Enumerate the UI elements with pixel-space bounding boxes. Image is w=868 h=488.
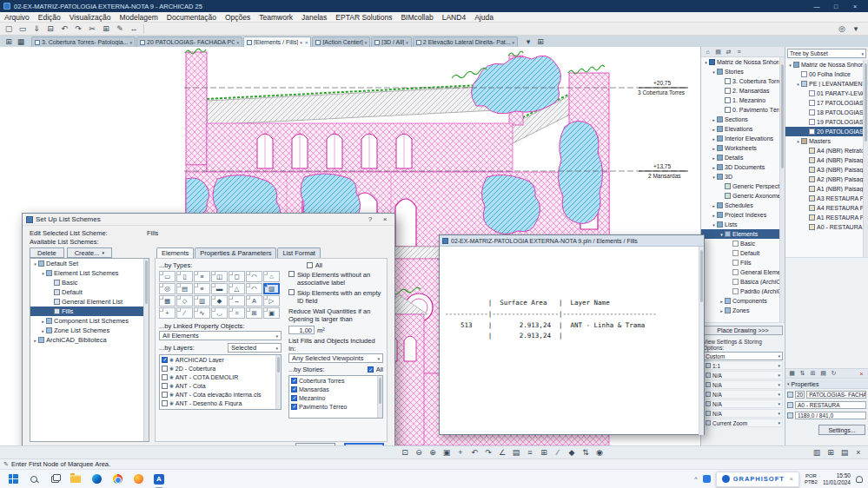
layout-tree-scrollbar[interactable] xyxy=(863,60,868,257)
open-file-icon[interactable]: ▭ xyxy=(17,23,29,35)
dialog-close-button[interactable]: × xyxy=(379,215,391,223)
navigator-tree-item[interactable]: ▸ Schedules xyxy=(701,201,779,210)
panel-close-icon[interactable]: × xyxy=(852,447,865,458)
view-setting-row[interactable]: N/A ▾ xyxy=(703,409,783,418)
viewpoints-combo[interactable]: Any Selected Viewpoints ▾ xyxy=(288,353,383,363)
layout-tree-item[interactable]: 19 PATOLOGIAS - FACHADA... xyxy=(785,117,863,127)
figure-type-icon[interactable]: ▣ xyxy=(263,307,280,319)
document-tab[interactable]: [Elements / Fills] ▾ × xyxy=(243,36,311,47)
morph-type-icon[interactable]: ◆ xyxy=(211,295,228,307)
story-row[interactable]: Mezanino xyxy=(289,393,377,402)
scheme-tree-item[interactable]: Fills xyxy=(30,307,143,316)
taskbar-clock[interactable]: 15:50 11/01/2024 xyxy=(823,472,851,486)
navigator-tree-item[interactable]: Básica (ArchiCAD... xyxy=(701,277,779,287)
navigator-tree-item[interactable]: ▾ Elements xyxy=(701,229,779,239)
type-checkbox[interactable] xyxy=(264,284,268,287)
pen-icon[interactable]: ✎ xyxy=(114,23,126,35)
tray-app-icon[interactable] xyxy=(703,475,711,483)
expand-arrow-icon[interactable]: ▾ xyxy=(787,63,793,68)
layers-scrollbar[interactable] xyxy=(275,355,281,409)
type-checkbox[interactable] xyxy=(195,296,198,300)
copy-icon[interactable]: ⊞ xyxy=(100,23,112,35)
dialog-tab[interactable]: Elements xyxy=(156,247,194,258)
scheme-tree-scrollbar[interactable] xyxy=(143,259,149,441)
dialog-titlebar[interactable]: Set Up List Schemes ? × xyxy=(23,214,394,226)
story-row[interactable]: Pavimento Térreo xyxy=(289,402,377,411)
spline-type-icon[interactable]: ≈ xyxy=(229,307,245,319)
view-setting-row[interactable]: Current Zoom ▾ xyxy=(703,419,783,427)
expand-arrow-icon[interactable]: ▸ xyxy=(711,165,717,170)
map-view-icon[interactable]: ▤ xyxy=(713,49,723,56)
navigator-tree-item[interactable]: ▸ Components xyxy=(701,296,779,306)
measure-icon[interactable]: ↔ xyxy=(128,23,140,35)
hotspot-type-icon[interactable]: + xyxy=(159,307,176,319)
expand-arrow-icon[interactable]: ▾ xyxy=(795,139,801,144)
pop-up-navigator-icon[interactable]: ⊞ xyxy=(3,36,14,47)
expand-arrow-icon[interactable]: ▾ xyxy=(711,175,717,180)
language-indicator[interactable]: POR PTB2 xyxy=(805,473,818,485)
expand-arrow-icon[interactable]: ▸ xyxy=(711,136,717,142)
dialog-tab[interactable]: Properties & Parameters xyxy=(195,247,276,258)
type-checkbox[interactable] xyxy=(177,284,181,287)
scheme-tree-item[interactable]: ▸ Component List Schemes xyxy=(30,316,143,326)
quick-scale-icon[interactable]: ≡ xyxy=(524,447,536,458)
pan-icon[interactable]: + xyxy=(454,447,467,458)
expand-arrow-icon[interactable]: ▸ xyxy=(719,299,725,304)
type-checkbox[interactable] xyxy=(160,296,163,300)
quick-options-icon[interactable]: ▥ xyxy=(811,447,823,458)
label-type-icon[interactable]: ▷ xyxy=(263,295,280,307)
scheme-tree-item[interactable]: ▸ ArchiCAD_Biblioteca xyxy=(30,335,143,345)
layout-tree-item[interactable]: 20 PATOLOGIAS - FACHADA... xyxy=(785,127,863,136)
curtain-wall-type-icon[interactable]: ▥ xyxy=(194,295,210,307)
layer-row[interactable]: ◉ ANT - Cota elevação interna.cls xyxy=(160,390,275,399)
scheme-tree-item[interactable]: ▸ Zone List Schemes xyxy=(30,326,143,335)
tab-chevron-icon[interactable]: ▾ xyxy=(300,40,302,45)
layout-tree-item[interactable]: A4 (NBR) Paisagem xyxy=(785,155,863,165)
navigator-tree-item[interactable]: ▸ Elevations xyxy=(701,124,779,134)
type-checkbox[interactable] xyxy=(195,272,198,275)
skylight-type-icon[interactable]: ◠ xyxy=(246,271,262,282)
next-zoom-icon[interactable]: ↷ xyxy=(482,447,494,458)
tab-chevron-icon[interactable]: ▾ xyxy=(406,40,408,45)
all-types-checkbox[interactable] xyxy=(307,262,313,268)
layer-row[interactable]: ◉ ANT - Desenho & Figura xyxy=(160,399,275,407)
type-checkbox[interactable] xyxy=(264,272,268,275)
expand-arrow-icon[interactable]: ▾ xyxy=(711,69,717,75)
tab-chevron-icon[interactable]: ▾ xyxy=(513,40,515,45)
panel-list-icon[interactable]: ▤ xyxy=(838,447,851,458)
menu-item[interactable]: EPTAR Solutions xyxy=(331,13,396,22)
type-checkbox[interactable] xyxy=(177,308,181,312)
fit-in-window-icon[interactable]: ▣ xyxy=(441,447,453,458)
navigator-tree-item[interactable]: General Element Li xyxy=(701,267,779,277)
story-checkbox[interactable] xyxy=(291,378,297,384)
layout-tree-item[interactable]: A3 (NBR) Paisagem xyxy=(785,165,863,175)
project-chooser-icon[interactable]: ⌂ xyxy=(703,49,712,55)
organizer-link-icon[interactable]: ⇄ xyxy=(724,49,733,56)
layout-tree-item[interactable]: ▾ PE | LEVANTAMENTOS xyxy=(785,79,863,89)
roof-type-icon[interactable]: △ xyxy=(229,283,245,294)
navigator-tree-item[interactable]: 0. Pavimento Térreo xyxy=(701,105,779,115)
graphisoft-notification[interactable]: GRAPHISOFT × xyxy=(716,472,799,487)
edge-button[interactable] xyxy=(89,472,104,487)
expand-arrow-icon[interactable]: ▾ xyxy=(40,271,46,276)
document-tab[interactable]: [Action Center] ▾ × xyxy=(312,36,370,47)
type-checkbox[interactable] xyxy=(177,296,181,300)
type-checkbox[interactable] xyxy=(195,308,198,312)
expand-arrow-icon[interactable]: ▸ xyxy=(711,213,717,218)
layout-tree-item[interactable]: ▾ Matriz de Nossa Snhora ... xyxy=(785,60,863,69)
view-setting-row[interactable]: 1:1 ▾ xyxy=(703,361,783,370)
shell-type-icon[interactable]: ◠ xyxy=(246,283,262,294)
hotlink-type-icon[interactable]: ⊞ xyxy=(246,307,262,319)
tab-chevron-icon[interactable]: ▾ xyxy=(236,40,239,45)
tab-close-icon[interactable]: × xyxy=(305,40,308,45)
railing-type-icon[interactable]: ≡ xyxy=(194,283,210,294)
scheme-tree-item[interactable]: Default xyxy=(30,287,143,297)
start-button[interactable] xyxy=(5,472,21,487)
layout-tree-item[interactable]: A4 RESTAURA Paisagem xyxy=(785,203,863,213)
new-subset-icon[interactable]: ⊞ xyxy=(808,370,818,377)
type-checkbox[interactable] xyxy=(264,308,268,312)
linked-property-combo[interactable]: All Elements ▾ xyxy=(159,331,282,340)
create-scheme-button[interactable]: Create... ▾ xyxy=(67,247,112,258)
eye-icon[interactable]: ◉ xyxy=(169,366,174,371)
menu-item[interactable]: LAND4 xyxy=(438,13,470,22)
